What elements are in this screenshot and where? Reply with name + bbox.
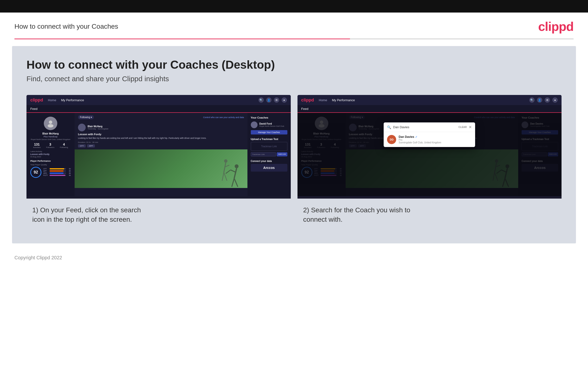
- sc2-search-icon: 🔍: [387, 125, 391, 129]
- sc1-trackman-field[interactable]: Trackman Link: [251, 152, 276, 156]
- sc2-search-result[interactable]: DD Dan Davies ✓ Pro Sunningdale Golf Clu…: [384, 132, 475, 147]
- sc1-feed-tab[interactable]: Feed: [26, 105, 291, 113]
- screenshot-2-container: clippd Home My Performance 🔍 👤 ⚙ ● Feed: [298, 95, 562, 229]
- step2-caption-text: 2) Search for the Coach you wish toconne…: [303, 206, 410, 223]
- sc1-post-text: Looking to feel like my hands are exitin…: [78, 137, 244, 140]
- step2-caption: 2) Search for the Coach you wish toconne…: [298, 199, 562, 229]
- sc2-result-club: Sunningdale Golf Club, United Kingdom: [399, 141, 441, 144]
- sc1-user-name: Blair McHarg: [30, 132, 71, 135]
- sc1-circle-score: 92: [30, 167, 41, 178]
- svg-line-9: [224, 163, 226, 172]
- sc1-following-btn[interactable]: Following ▾: [78, 115, 94, 119]
- sc1-manage-btn[interactable]: Manage Your Coaches: [251, 130, 287, 135]
- sc2-result-info: Dan Davies ✓ Pro Sunningdale Golf Club, …: [399, 135, 441, 144]
- sc1-perf-sub: Total Player Quality: [30, 164, 71, 166]
- sc1-right-panel: Your Coaches David Ford Royal North Devo…: [247, 113, 291, 196]
- sc1-post-btns: OTT APP: [78, 144, 244, 147]
- sc2-search-clear-btn[interactable]: CLEAR: [458, 126, 467, 129]
- svg-point-2: [235, 164, 238, 168]
- main-subtitle: Find, connect and share your Clippd insi…: [26, 75, 562, 83]
- sc2-nav: clippd Home My Performance 🔍 👤 ⚙ ●: [298, 95, 562, 105]
- sc1-bar-ott: OTT 90: [43, 168, 71, 170]
- sc2-search-icon[interactable]: 🔍: [529, 97, 535, 103]
- sc1-settings-icon[interactable]: ⚙: [274, 97, 279, 103]
- header-divider: [14, 38, 574, 39]
- sc1-latest-activity: Lesson with Fordy: [30, 153, 71, 156]
- sc1-score-row: 92 OTT 90 APP 85: [30, 167, 71, 178]
- copyright-text: Copyright Clippd 2022: [14, 255, 62, 260]
- sc2-search-input[interactable]: Dan Davies: [393, 125, 456, 129]
- sc1-btn-ott[interactable]: OTT: [78, 144, 86, 147]
- main-title: How to connect with your Coaches (Deskto…: [26, 58, 562, 71]
- sc2-result-name: Dan Davies ✓: [399, 135, 441, 138]
- sc1-performance-link[interactable]: My Performance: [61, 98, 84, 102]
- sc2-content: Blair McHarg Plus Handicap Royal North D…: [298, 113, 562, 196]
- screenshot-1-container: clippd Home My Performance 🔍 👤 ⚙ ● Feed: [26, 95, 291, 229]
- sc1-bars: OTT 90 APP 85 ARG: [43, 168, 71, 177]
- sc2-feed-tab-label: Feed: [301, 107, 308, 110]
- sc1-coach-name: David Ford: [259, 122, 284, 125]
- sc1-btn-app[interactable]: APP: [87, 144, 95, 147]
- sc1-avatar-icon[interactable]: ●: [282, 97, 287, 103]
- svg-line-3: [234, 168, 237, 178]
- svg-line-6: [231, 170, 236, 172]
- sc2-search-header: 🔍 Dan Davies CLEAR ✕: [384, 122, 475, 132]
- page-title: How to connect with your Coaches: [14, 23, 118, 30]
- sc1-nav: clippd Home My Performance 🔍 👤 ⚙ ●: [26, 95, 291, 105]
- sc1-middle-top: Following ▾ Control who can see your act…: [75, 113, 247, 122]
- sc2-search-overlay: 🔍 Dan Davies CLEAR ✕ DD Dan Davies: [298, 113, 562, 196]
- svg-line-12: [225, 165, 229, 167]
- sc1-golf-image: [75, 149, 247, 188]
- top-bar: [0, 0, 588, 12]
- sc1-profile-icon[interactable]: 👤: [266, 97, 272, 103]
- svg-line-5: [234, 178, 238, 187]
- sc1-bar-app: APP 85: [43, 170, 71, 172]
- sc1-stats: 131 Activities 3 Followers 4 Following: [30, 142, 71, 148]
- sc1-add-link-btn[interactable]: Add Link: [277, 152, 287, 156]
- screenshot-2-frame: clippd Home My Performance 🔍 👤 ⚙ ● Feed: [298, 95, 562, 199]
- sc1-arccos: Arccos: [251, 164, 287, 172]
- sc2-search-box: 🔍 Dan Davies CLEAR ✕ DD Dan Davies: [384, 122, 475, 147]
- sc1-post-avatar: [78, 124, 86, 131]
- sc1-stat-followers: 3 Followers: [46, 142, 54, 148]
- sc1-post-author-name: Blair McHarg: [88, 125, 108, 128]
- sc2-performance-link[interactable]: My Performance: [332, 98, 355, 102]
- step1-caption-text: 1) On your Feed, click on the searchicon…: [32, 206, 141, 223]
- sc1-stat-following: 4 Following: [60, 142, 68, 148]
- sc1-post-duration: Duration: 01 hr : 30 min: [78, 141, 244, 143]
- step1-caption: 1) On your Feed, click on the searchicon…: [26, 199, 291, 229]
- sc1-left-panel: Blair McHarg Plus Handicap Royal North D…: [26, 113, 75, 196]
- screenshot-1-frame: clippd Home My Performance 🔍 👤 ⚙ ● Feed: [26, 95, 291, 199]
- sc1-trackman-box: Trackman Link: [251, 142, 287, 151]
- sc1-search-icon[interactable]: 🔍: [258, 97, 264, 103]
- sc1-post-header: Blair McHarg Yesterday · Sunningdale: [78, 124, 244, 131]
- sc2-avatar-icon[interactable]: ●: [552, 97, 558, 103]
- sc1-feed-tab-label: Feed: [30, 107, 37, 110]
- sc1-user-avatar: [44, 117, 57, 130]
- sc2-result-role: Pro: [399, 138, 441, 141]
- screenshots-row: clippd Home My Performance 🔍 👤 ⚙ ● Feed: [26, 95, 562, 229]
- sc1-perf-title: Player Performance: [30, 160, 71, 162]
- sc1-connect-title: Connect your data: [251, 160, 287, 162]
- sc1-trackman-input: Trackman Link Add Link: [251, 152, 287, 156]
- svg-point-8: [224, 159, 228, 163]
- clippd-logo: clippd: [538, 19, 574, 34]
- sc2-settings-icon[interactable]: ⚙: [545, 97, 550, 103]
- sc1-logo: clippd: [30, 98, 43, 103]
- sc2-profile-icon[interactable]: 👤: [537, 97, 542, 103]
- sc1-post: Blair McHarg Yesterday · Sunningdale Les…: [75, 122, 247, 149]
- sc1-coach-avatar: [251, 121, 257, 128]
- sc1-post-author-info: Blair McHarg Yesterday · Sunningdale: [88, 125, 108, 130]
- sc1-middle-panel: Following ▾ Control who can see your act…: [75, 113, 247, 196]
- sc2-feed-tab[interactable]: Feed: [298, 105, 562, 113]
- sc2-search-close-btn[interactable]: ✕: [469, 125, 472, 129]
- sc1-coaches-title: Your Coaches: [251, 116, 287, 119]
- sc1-control-link[interactable]: Control who can see your activity and da…: [203, 116, 244, 119]
- sc1-upload-title: Upload a Trackman Test: [251, 138, 287, 140]
- sc2-home-link[interactable]: Home: [319, 98, 327, 102]
- sc1-bar-arg: ARG 86: [43, 172, 71, 174]
- sc1-home-link[interactable]: Home: [48, 98, 56, 102]
- sc1-coach-item: David Ford Royal North Devon Golf Club: [251, 121, 287, 128]
- sc1-latest-date: 03 Aug 2022: [30, 156, 71, 158]
- sc1-post-title: Lesson with Fordy: [78, 133, 244, 136]
